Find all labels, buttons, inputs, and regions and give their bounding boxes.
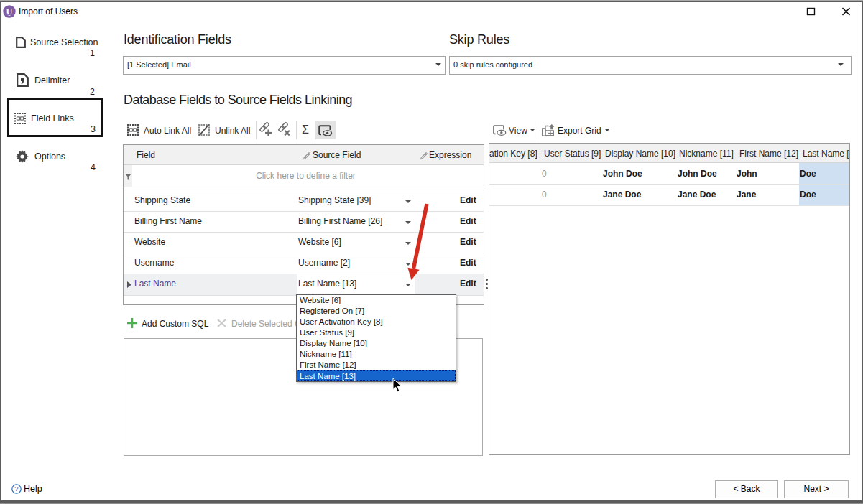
svg-text:?: ? [14, 485, 18, 493]
